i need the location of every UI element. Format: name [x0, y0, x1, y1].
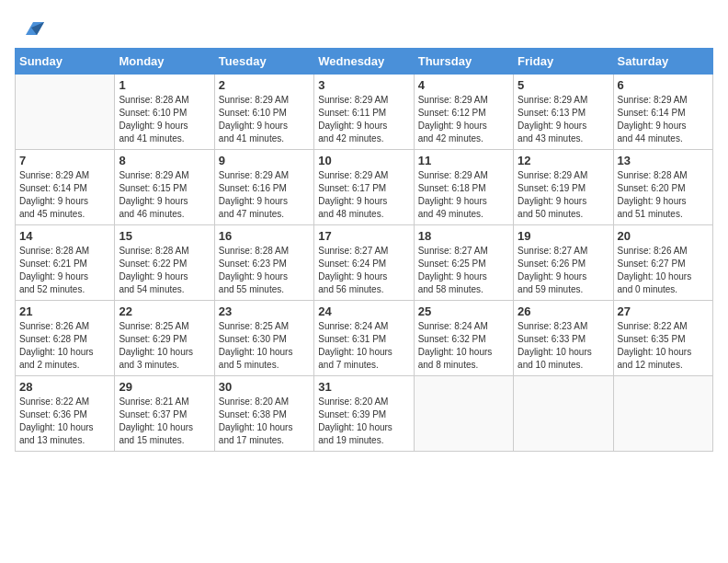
day-number: 7	[19, 154, 110, 167]
day-number: 22	[119, 304, 210, 318]
calendar-cell: 6Sunrise: 8:29 AMSunset: 6:14 PMDaylight…	[613, 75, 712, 150]
calendar-cell: 3Sunrise: 8:29 AMSunset: 6:11 PMDaylight…	[314, 75, 414, 150]
calendar-cell: 15Sunrise: 8:28 AMSunset: 6:22 PMDayligh…	[115, 225, 214, 301]
day-number: 18	[418, 229, 509, 243]
calendar-cell: 7Sunrise: 8:29 AMSunset: 6:14 PMDaylight…	[16, 150, 115, 225]
day-number: 25	[418, 304, 509, 318]
calendar-header: SundayMondayTuesdayWednesdayThursdayFrid…	[16, 49, 713, 75]
day-number: 26	[518, 304, 609, 318]
calendar-cell: 8Sunrise: 8:29 AMSunset: 6:15 PMDaylight…	[115, 150, 214, 225]
calendar-cell: 29Sunrise: 8:21 AMSunset: 6:37 PMDayligh…	[115, 376, 214, 452]
calendar-cell: 4Sunrise: 8:29 AMSunset: 6:12 PMDaylight…	[414, 75, 513, 150]
day-header-friday: Friday	[514, 49, 613, 75]
day-info: Sunrise: 8:29 AMSunset: 6:19 PMDaylight:…	[518, 169, 609, 221]
day-number: 2	[219, 78, 310, 92]
calendar-cell: 21Sunrise: 8:26 AMSunset: 6:28 PMDayligh…	[16, 301, 115, 376]
calendar-cell: 2Sunrise: 8:29 AMSunset: 6:10 PMDaylight…	[214, 75, 313, 150]
day-info: Sunrise: 8:29 AMSunset: 6:13 PMDaylight:…	[518, 94, 609, 145]
calendar-cell: 17Sunrise: 8:27 AMSunset: 6:24 PMDayligh…	[314, 225, 414, 301]
day-number: 16	[219, 229, 310, 243]
day-number: 1	[119, 78, 210, 92]
calendar-cell: 23Sunrise: 8:25 AMSunset: 6:30 PMDayligh…	[214, 301, 313, 376]
day-header-wednesday: Wednesday	[314, 49, 414, 75]
calendar-cell: 14Sunrise: 8:28 AMSunset: 6:21 PMDayligh…	[16, 225, 115, 301]
calendar-week-1: 1Sunrise: 8:28 AMSunset: 6:10 PMDaylight…	[16, 75, 713, 150]
calendar-week-4: 21Sunrise: 8:26 AMSunset: 6:28 PMDayligh…	[16, 301, 713, 376]
calendar-cell: 1Sunrise: 8:28 AMSunset: 6:10 PMDaylight…	[115, 75, 214, 150]
calendar-cell: 13Sunrise: 8:28 AMSunset: 6:20 PMDayligh…	[613, 150, 712, 225]
calendar-cell: 20Sunrise: 8:26 AMSunset: 6:27 PMDayligh…	[613, 225, 712, 301]
day-header-tuesday: Tuesday	[214, 49, 313, 75]
day-info: Sunrise: 8:29 AMSunset: 6:12 PMDaylight:…	[418, 94, 509, 145]
calendar-cell: 12Sunrise: 8:29 AMSunset: 6:19 PMDayligh…	[514, 150, 613, 225]
day-number: 8	[119, 154, 210, 167]
calendar-cell: 27Sunrise: 8:22 AMSunset: 6:35 PMDayligh…	[613, 301, 712, 376]
day-number: 28	[19, 380, 110, 394]
day-number: 11	[418, 154, 509, 167]
day-info: Sunrise: 8:29 AMSunset: 6:18 PMDaylight:…	[418, 169, 509, 221]
day-info: Sunrise: 8:22 AMSunset: 6:36 PMDaylight:…	[19, 396, 110, 447]
logo-icon	[18, 15, 44, 40]
calendar-cell	[613, 376, 712, 452]
day-number: 21	[19, 304, 110, 318]
day-number: 29	[119, 380, 210, 394]
calendar-cell: 11Sunrise: 8:29 AMSunset: 6:18 PMDayligh…	[414, 150, 513, 225]
day-number: 24	[318, 304, 409, 318]
day-info: Sunrise: 8:29 AMSunset: 6:10 PMDaylight:…	[219, 94, 310, 145]
day-info: Sunrise: 8:29 AMSunset: 6:16 PMDaylight:…	[219, 169, 310, 221]
calendar-cell: 30Sunrise: 8:20 AMSunset: 6:38 PMDayligh…	[214, 376, 313, 452]
day-number: 23	[219, 304, 310, 318]
calendar-cell: 18Sunrise: 8:27 AMSunset: 6:25 PMDayligh…	[414, 225, 513, 301]
calendar-cell: 22Sunrise: 8:25 AMSunset: 6:29 PMDayligh…	[115, 301, 214, 376]
day-number: 3	[318, 78, 409, 92]
calendar-cell: 9Sunrise: 8:29 AMSunset: 6:16 PMDaylight…	[214, 150, 313, 225]
day-info: Sunrise: 8:23 AMSunset: 6:33 PMDaylight:…	[518, 320, 609, 372]
day-info: Sunrise: 8:29 AMSunset: 6:15 PMDaylight:…	[119, 169, 210, 221]
calendar-cell: 19Sunrise: 8:27 AMSunset: 6:26 PMDayligh…	[514, 225, 613, 301]
day-number: 4	[418, 78, 509, 92]
day-info: Sunrise: 8:22 AMSunset: 6:35 PMDaylight:…	[618, 320, 709, 372]
day-info: Sunrise: 8:28 AMSunset: 6:22 PMDaylight:…	[119, 245, 210, 296]
day-info: Sunrise: 8:29 AMSunset: 6:11 PMDaylight:…	[318, 94, 409, 145]
day-info: Sunrise: 8:28 AMSunset: 6:20 PMDaylight:…	[618, 169, 709, 221]
day-info: Sunrise: 8:28 AMSunset: 6:23 PMDaylight:…	[219, 245, 310, 296]
day-number: 15	[119, 229, 210, 243]
day-header-monday: Monday	[115, 49, 214, 75]
day-number: 13	[618, 154, 709, 167]
day-number: 20	[618, 229, 709, 243]
calendar-cell: 26Sunrise: 8:23 AMSunset: 6:33 PMDayligh…	[514, 301, 613, 376]
day-info: Sunrise: 8:27 AMSunset: 6:25 PMDaylight:…	[418, 245, 509, 296]
logo	[15, 15, 44, 40]
day-header-sunday: Sunday	[16, 49, 115, 75]
day-info: Sunrise: 8:26 AMSunset: 6:27 PMDaylight:…	[618, 245, 709, 296]
calendar-week-5: 28Sunrise: 8:22 AMSunset: 6:36 PMDayligh…	[16, 376, 713, 452]
day-info: Sunrise: 8:24 AMSunset: 6:32 PMDaylight:…	[418, 320, 509, 372]
calendar-cell: 25Sunrise: 8:24 AMSunset: 6:32 PMDayligh…	[414, 301, 513, 376]
day-number: 19	[518, 229, 609, 243]
day-number: 31	[318, 380, 409, 394]
calendar-cell: 10Sunrise: 8:29 AMSunset: 6:17 PMDayligh…	[314, 150, 414, 225]
day-number: 10	[318, 154, 409, 167]
day-info: Sunrise: 8:29 AMSunset: 6:14 PMDaylight:…	[19, 169, 110, 221]
calendar-cell	[414, 376, 513, 452]
calendar-week-2: 7Sunrise: 8:29 AMSunset: 6:14 PMDaylight…	[16, 150, 713, 225]
day-info: Sunrise: 8:28 AMSunset: 6:21 PMDaylight:…	[19, 245, 110, 296]
day-number: 5	[518, 78, 609, 92]
day-number: 27	[618, 304, 709, 318]
day-number: 12	[518, 154, 609, 167]
day-info: Sunrise: 8:25 AMSunset: 6:29 PMDaylight:…	[119, 320, 210, 372]
calendar-cell: 16Sunrise: 8:28 AMSunset: 6:23 PMDayligh…	[214, 225, 313, 301]
day-info: Sunrise: 8:29 AMSunset: 6:14 PMDaylight:…	[618, 94, 709, 145]
day-info: Sunrise: 8:27 AMSunset: 6:26 PMDaylight:…	[518, 245, 609, 296]
day-info: Sunrise: 8:20 AMSunset: 6:39 PMDaylight:…	[318, 396, 409, 447]
page-header	[15, 15, 713, 40]
day-header-saturday: Saturday	[613, 49, 712, 75]
day-number: 14	[19, 229, 110, 243]
day-info: Sunrise: 8:24 AMSunset: 6:31 PMDaylight:…	[318, 320, 409, 372]
calendar-cell: 24Sunrise: 8:24 AMSunset: 6:31 PMDayligh…	[314, 301, 414, 376]
calendar-cell	[514, 376, 613, 452]
day-info: Sunrise: 8:20 AMSunset: 6:38 PMDaylight:…	[219, 396, 310, 447]
calendar-body: 1Sunrise: 8:28 AMSunset: 6:10 PMDaylight…	[16, 75, 713, 452]
day-header-thursday: Thursday	[414, 49, 513, 75]
calendar-cell: 5Sunrise: 8:29 AMSunset: 6:13 PMDaylight…	[514, 75, 613, 150]
